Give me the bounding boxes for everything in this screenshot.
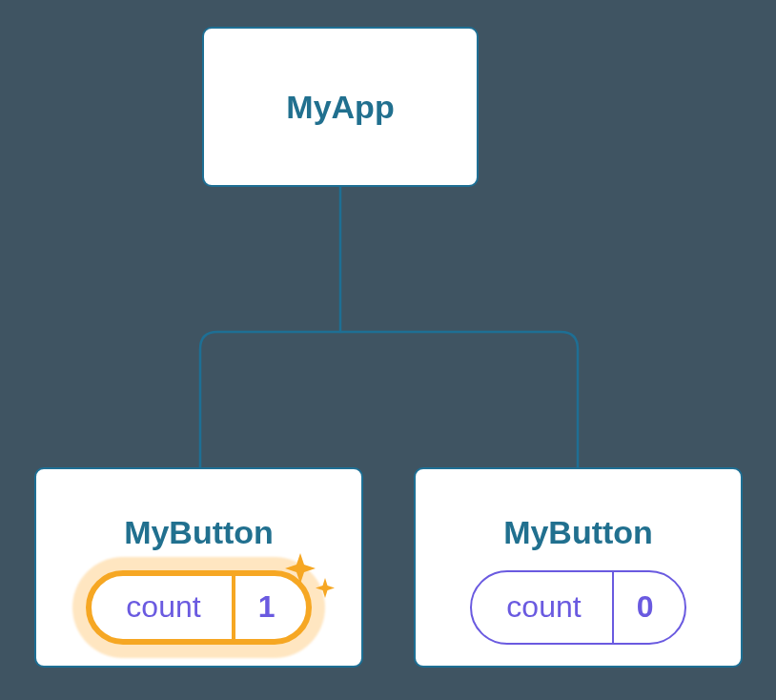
state-pill-highlighted: count 1 [86, 570, 311, 645]
state-key: count [92, 576, 235, 639]
state-pill-plain: count 0 [470, 570, 685, 645]
component-tree-diagram: MyApp MyButton count 1 MyButton count 0 [0, 0, 776, 700]
sparkle-icon [279, 546, 346, 612]
state-pill: count 0 [470, 570, 685, 645]
tree-node-root: MyApp [202, 27, 479, 187]
child-component-label: MyButton [124, 514, 274, 551]
root-component-label: MyApp [286, 89, 394, 126]
state-pill: count 1 [86, 570, 311, 645]
child-component-label: MyButton [503, 514, 653, 551]
state-key: count [472, 572, 613, 643]
tree-node-child-1: MyButton count 0 [414, 467, 743, 668]
state-value: 0 [614, 572, 684, 643]
tree-node-child-0: MyButton count 1 [34, 467, 363, 668]
